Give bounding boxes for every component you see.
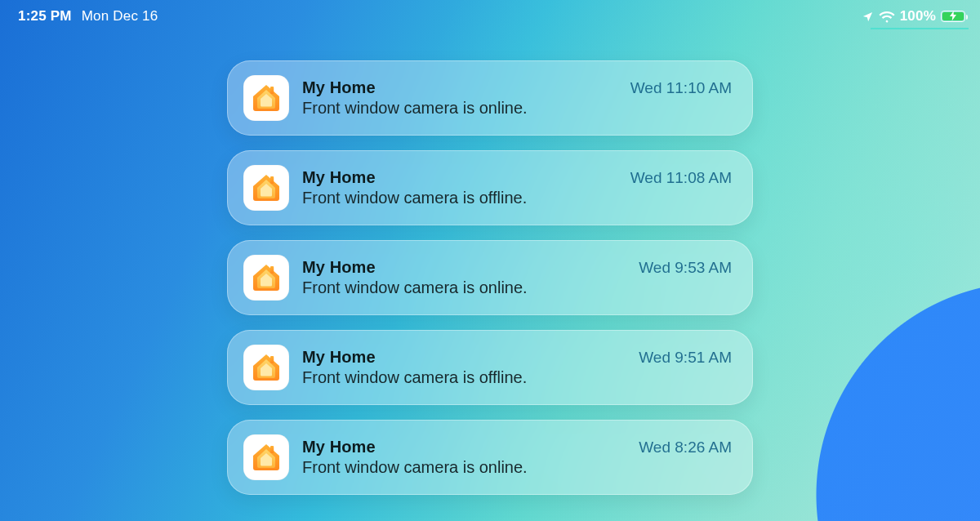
home-icon [243,165,289,211]
wifi-icon [879,11,895,23]
notification-item[interactable]: My HomeWed 11:08 AMFront window camera i… [227,150,753,225]
status-left: 1:25 PM Mon Dec 16 [18,8,158,24]
svg-rect-2 [270,266,274,274]
notification-app-name: My Home [302,78,376,97]
notification-item[interactable]: My HomeWed 9:51 AMFront window camera is… [227,330,753,405]
notification-app-name: My Home [302,438,376,456]
notification-app-name: My Home [302,258,376,277]
notification-header: My HomeWed 11:10 AM [302,78,732,97]
notification-body: Front window camera is online. [302,99,732,118]
notification-time: Wed 11:08 AM [630,169,732,187]
notification-body: Front window camera is offline. [302,368,732,387]
clock-time: 1:25 PM [18,8,72,24]
home-icon [243,75,289,121]
svg-rect-0 [270,87,274,94]
svg-rect-1 [270,176,274,184]
notification-content: My HomeWed 11:10 AMFront window camera i… [302,78,732,118]
location-icon [862,11,874,23]
notification-time: Wed 9:53 AM [639,259,732,277]
notification-content: My HomeWed 9:51 AMFront window camera is… [302,348,732,387]
notification-item[interactable]: My HomeWed 9:53 AMFront window camera is… [227,240,753,315]
status-right: 100% [862,8,965,24]
notification-time: Wed 9:51 AM [639,349,732,367]
clock-date: Mon Dec 16 [82,8,158,24]
status-divider [871,28,969,29]
notification-header: My HomeWed 9:53 AM [302,258,732,277]
notification-content: My HomeWed 11:08 AMFront window camera i… [302,168,732,207]
notification-header: My HomeWed 8:26 AM [302,438,732,456]
home-icon [243,255,289,301]
notification-item[interactable]: My HomeWed 11:10 AMFront window camera i… [227,60,753,136]
notification-time: Wed 11:10 AM [630,79,732,97]
notification-content: My HomeWed 9:53 AMFront window camera is… [302,258,732,297]
battery-icon [941,11,965,22]
notification-body: Front window camera is offline. [302,189,732,207]
notification-header: My HomeWed 9:51 AM [302,348,732,367]
svg-rect-4 [270,446,274,453]
notification-app-name: My Home [302,168,376,187]
notification-app-name: My Home [302,348,376,367]
notification-body: Front window camera is online. [302,458,732,477]
home-icon [243,434,289,480]
notification-time: Wed 8:26 AM [639,439,732,456]
battery-percent: 100% [900,8,936,24]
home-icon [243,345,289,390]
notification-body: Front window camera is online. [302,278,732,297]
status-bar: 1:25 PM Mon Dec 16 100% [0,0,980,28]
notification-header: My HomeWed 11:08 AM [302,168,732,187]
notification-item[interactable]: My HomeWed 8:26 AMFront window camera is… [227,420,753,495]
notification-list[interactable]: My HomeWed 11:10 AMFront window camera i… [227,60,753,485]
notification-content: My HomeWed 8:26 AMFront window camera is… [302,438,732,477]
svg-rect-3 [270,356,274,363]
